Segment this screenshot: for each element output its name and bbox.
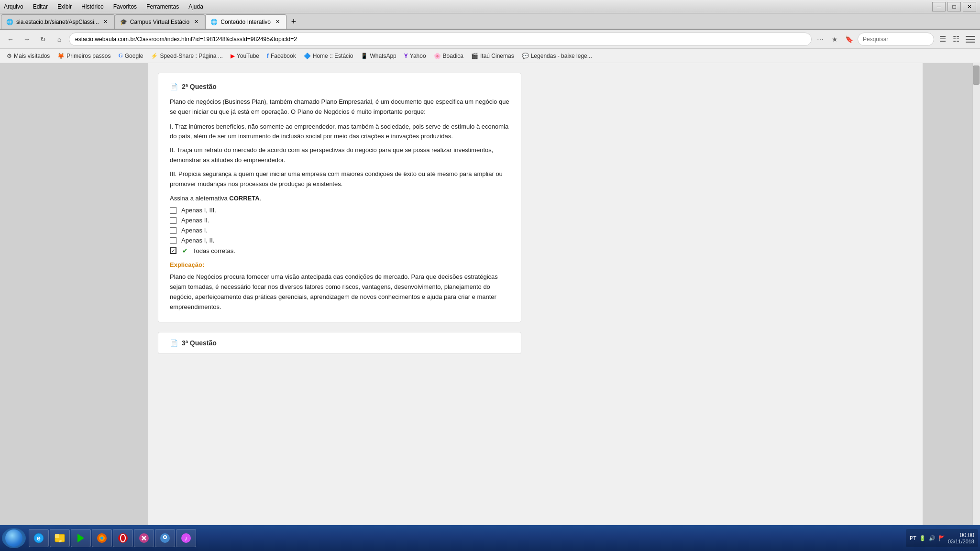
start-orb — [5, 529, 22, 547]
svg-point-14 — [164, 536, 166, 538]
taskbar-app5[interactable] — [134, 529, 154, 547]
scrollbar-thumb[interactable] — [973, 66, 980, 85]
taskbar-firefox[interactable] — [92, 529, 112, 547]
bookmark-primeiros-passos[interactable]: 🦊 Primeiros passos — [55, 52, 113, 60]
tab-favicon-2: 🎓 — [120, 19, 127, 25]
google-icon: G — [118, 52, 122, 59]
taskbar-explorer[interactable]: 📁 — [50, 529, 70, 547]
tab-favicon-1: 🌐 — [6, 19, 13, 25]
tab-close-2[interactable]: ✕ — [192, 18, 200, 26]
ie-icon: e — [32, 531, 45, 545]
address-input[interactable] — [69, 33, 812, 46]
question-3-icon: 📄 — [170, 339, 178, 347]
settings-icon: ⚙ — [7, 53, 12, 59]
forward-button[interactable]: → — [20, 33, 33, 46]
explorer-icon: 📁 — [53, 531, 66, 545]
reading-view-icon[interactable]: ☷ — [950, 33, 962, 45]
clock-date: 03/11/2018 — [948, 539, 974, 544]
window-controls[interactable]: ─ □ ✕ — [932, 2, 976, 11]
more-options-icon[interactable]: ⋯ — [815, 33, 826, 45]
checkbox-3[interactable] — [170, 227, 176, 234]
tab-close-3[interactable]: ✕ — [274, 18, 281, 26]
option-4[interactable]: Apenas I, II. — [170, 237, 509, 244]
media-icon — [74, 531, 88, 545]
scrollbar-track[interactable] — [972, 63, 980, 525]
taskbar-media[interactable] — [71, 529, 91, 547]
question-2-body: Plano de negócios (Business Plan), també… — [170, 97, 509, 117]
option-1[interactable]: Apenas I, III. — [170, 207, 509, 214]
search-input[interactable] — [858, 33, 934, 46]
option-2[interactable]: Apenas II. — [170, 217, 509, 224]
address-icons: ⋯ ★ 🔖 — [815, 33, 855, 45]
taskbar-ie[interactable]: e — [29, 529, 49, 547]
tab-close-1[interactable]: ✕ — [102, 18, 110, 26]
bookmark-label-10: Itaú Cinemas — [480, 53, 514, 59]
battery-icon: 🔋 — [919, 535, 926, 541]
back-button[interactable]: ← — [4, 33, 17, 46]
taskbar-system-tray: PT 🔋 🔊 🚩 00:00 03/11/2018 — [906, 529, 978, 547]
menu-ajuda[interactable]: Ajuda — [188, 3, 203, 10]
speedshare-icon: ⚡ — [151, 53, 158, 59]
checkbox-4[interactable] — [170, 237, 176, 244]
home-button[interactable]: ⌂ — [53, 33, 66, 46]
taskbar-opera[interactable] — [113, 529, 133, 547]
start-button[interactable] — [2, 528, 26, 548]
new-tab-button[interactable]: + — [286, 14, 301, 29]
checkbox-5[interactable]: ✓ — [170, 247, 176, 254]
tab-siaestacio[interactable]: 🌐 sia.estacio.br/sianet/AspClassi... ✕ — [1, 14, 115, 29]
bookmark-estacio[interactable]: 🔷 Home :: Estácio — [301, 52, 356, 60]
tab-campus[interactable]: 🎓 Campus Virtual Estácio ✕ — [115, 14, 206, 29]
taskbar-itunes[interactable]: ♪ — [176, 529, 196, 547]
bookmark-boadica[interactable]: 🌸 Boadica — [431, 52, 466, 60]
bookmark-itau[interactable]: 🎬 Itaú Cinemas — [468, 52, 517, 60]
checkbox-2[interactable] — [170, 217, 176, 224]
explicacao-label: Explicação: — [170, 261, 509, 268]
volume-icon: 🔊 — [929, 535, 936, 541]
estacio-icon: 🔷 — [304, 53, 311, 59]
app6-icon — [158, 531, 172, 545]
menu-editar[interactable]: Editar — [33, 3, 48, 10]
question-icon: 📄 — [170, 83, 178, 90]
question-3-header: 📄 3ª Questão — [170, 339, 509, 347]
taskbar-app6[interactable] — [155, 529, 175, 547]
bookmark-mais-visitados[interactable]: ⚙ Mais visitados — [4, 52, 53, 60]
question-2-item-3: III. Propicia segurança a quem quer inic… — [170, 169, 509, 189]
explicacao-text: Plano de Negócios procura fornecer uma v… — [170, 272, 509, 312]
option-3[interactable]: Apenas I. — [170, 227, 509, 234]
bookmark-facebook[interactable]: f Facebook — [264, 52, 299, 60]
option-5[interactable]: ✓ ✔ Todas corretas. — [170, 247, 509, 254]
menu-ferramentas[interactable]: Ferramentas — [146, 3, 179, 10]
menu-favoritos[interactable]: Favoritos — [113, 3, 137, 10]
yahoo-icon: Y — [404, 53, 408, 59]
correct-checkmark: ✔ — [182, 247, 188, 254]
pocket-icon[interactable]: 🔖 — [843, 33, 855, 45]
tab-conteudo[interactable]: 🌐 Conteúdo Interativo ✕ — [205, 14, 286, 29]
question-2-card: 📄 2ª Questão Plano de negócios (Business… — [158, 73, 521, 322]
bookmark-speedshare[interactable]: ⚡ Speed-Share : Página ... — [148, 52, 225, 60]
menu-exibir[interactable]: Exibir — [57, 3, 72, 10]
youtube-icon: ▶ — [231, 53, 235, 59]
menu-arquivo[interactable]: Arquivo — [4, 3, 23, 10]
menu-bar[interactable]: Arquivo Editar Exibir Histórico Favorito… — [4, 3, 203, 10]
bookmark-whatsapp[interactable]: 📱 WhatsApp — [358, 52, 399, 60]
opera-taskbar-icon — [116, 531, 130, 545]
option-label-2: Apenas II. — [181, 217, 209, 224]
menu-historico[interactable]: Histórico — [81, 3, 104, 10]
checkbox-1[interactable] — [170, 207, 176, 214]
option-label-1: Apenas I, III. — [181, 207, 216, 214]
minimize-button[interactable]: ─ — [932, 2, 946, 11]
close-button[interactable]: ✕ — [963, 2, 976, 11]
refresh-button[interactable]: ↻ — [36, 33, 50, 46]
bookmark-star-icon[interactable]: ★ — [829, 33, 840, 45]
library-icon[interactable]: ☰ — [937, 33, 948, 45]
bookmark-yahoo[interactable]: Y Yahoo — [401, 52, 429, 60]
menu-icon[interactable] — [965, 33, 976, 45]
bookmark-legendas[interactable]: 💬 Legendas - baixe lege... — [519, 52, 595, 60]
app5-icon — [137, 531, 151, 545]
bookmark-label-6: Home :: Estácio — [313, 53, 353, 59]
svg-text:♪: ♪ — [185, 535, 188, 542]
maximize-button[interactable]: □ — [947, 2, 961, 11]
bookmark-google[interactable]: G Google — [115, 51, 146, 60]
bookmark-youtube[interactable]: ▶ YouTube — [228, 52, 262, 60]
question-2-item-2: II. Traça um retrato do mercado de acord… — [170, 145, 509, 165]
